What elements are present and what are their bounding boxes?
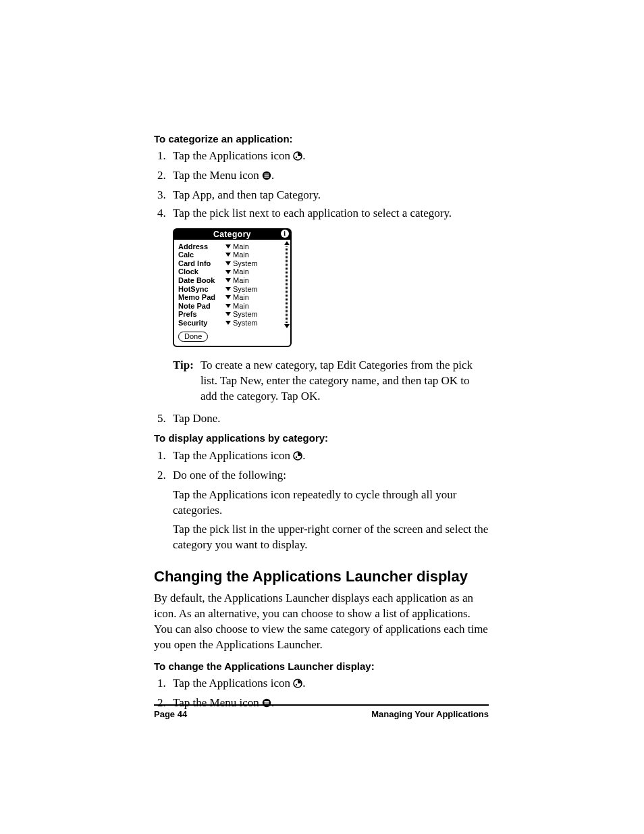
palm-row: Date BookMain <box>178 276 288 284</box>
steps-categorize: Tap the Applications icon . Tap the Menu… <box>154 149 489 221</box>
step: Tap the Applications icon . <box>169 448 489 465</box>
palm-screenshot: Category i AddressMain CalcMain Card Inf… <box>173 228 292 347</box>
heading-change-launcher-steps: To change the Applications Launcher disp… <box>154 660 489 673</box>
chevron-down-icon <box>225 312 231 316</box>
app-name: Card Info <box>178 259 225 267</box>
tip-label: Tip: <box>173 358 194 405</box>
category-picker[interactable]: Main <box>225 242 249 251</box>
done-button[interactable]: Done <box>178 332 208 342</box>
chevron-down-icon <box>225 321 231 325</box>
category-value: Main <box>233 267 249 276</box>
chevron-down-icon <box>225 278 231 282</box>
scroll-track[interactable] <box>286 246 288 323</box>
palm-row: PrefsSystem <box>178 310 288 318</box>
category-value: Main <box>233 251 249 259</box>
svg-point-9 <box>296 684 297 685</box>
category-picker[interactable]: System <box>225 319 258 327</box>
category-value: System <box>233 319 258 327</box>
palm-row: SecuritySystem <box>178 319 288 327</box>
steps-categorize-cont: Tap Done. <box>154 411 489 427</box>
app-name: Prefs <box>178 310 225 318</box>
period: . <box>302 677 305 689</box>
applications-icon <box>293 450 302 465</box>
step: Tap the Applications icon . <box>169 149 489 165</box>
step: Tap Done. <box>169 411 489 427</box>
step: Tap the Applications icon . <box>169 676 489 693</box>
footer-page-number: Page 44 <box>154 708 187 721</box>
svg-rect-12 <box>264 702 269 703</box>
period: . <box>302 449 305 462</box>
tip-block: Tip: To create a new category, tap Edit … <box>173 358 489 405</box>
category-value: System <box>233 259 258 267</box>
step: Tap the pick list next to each applicati… <box>169 206 489 221</box>
app-name: HotSync <box>178 285 225 293</box>
step: Tap the Menu icon . <box>169 168 489 185</box>
chevron-down-icon <box>225 244 231 249</box>
scroll-down-icon[interactable] <box>284 324 290 328</box>
category-picker[interactable]: Main <box>225 251 249 259</box>
step-text: Tap App, and then tap Category. <box>173 188 321 201</box>
category-picker[interactable]: System <box>225 285 258 293</box>
applications-icon <box>293 677 302 693</box>
step-text: Tap Done. <box>173 412 221 425</box>
svg-rect-5 <box>264 177 269 178</box>
chevron-down-icon <box>225 270 231 274</box>
palm-row: CalcMain <box>178 251 288 259</box>
palm-row: Note PadMain <box>178 302 288 310</box>
steps-display: Tap the Applications icon . Do one of th… <box>154 448 489 554</box>
scrollbar[interactable] <box>284 241 289 328</box>
app-name: Note Pad <box>178 302 225 310</box>
step-text: Tap the Applications icon <box>173 677 290 689</box>
info-icon[interactable]: i <box>281 230 289 238</box>
category-picker[interactable]: Main <box>225 267 249 276</box>
svg-point-1 <box>296 157 297 158</box>
palm-row: Memo PadMain <box>178 293 288 301</box>
category-picker[interactable]: System <box>225 259 258 267</box>
category-value: System <box>233 285 258 293</box>
step-text: Tap the pick list next to each applicati… <box>173 207 452 219</box>
category-picker[interactable]: Main <box>225 276 249 284</box>
category-picker[interactable]: System <box>225 310 258 318</box>
app-name: Address <box>178 242 225 251</box>
category-value: System <box>233 310 258 318</box>
palm-body: AddressMain CalcMain Card InfoSystem Clo… <box>174 240 290 346</box>
palm-row: ClockMain <box>178 267 288 276</box>
category-value: Main <box>233 293 249 301</box>
palm-row: HotSyncSystem <box>178 285 288 293</box>
scroll-up-icon[interactable] <box>284 241 290 245</box>
section3-body: By default, the Applications Launcher di… <box>154 591 489 653</box>
app-name: Security <box>178 319 225 327</box>
palm-row: Card InfoSystem <box>178 259 288 267</box>
menu-icon <box>262 170 271 185</box>
heading-changing-launcher: Changing the Applications Launcher displ… <box>154 567 489 587</box>
chevron-down-icon <box>225 287 231 291</box>
svg-rect-4 <box>264 175 269 176</box>
step-sub: Tap the pick list in the upper-right cor… <box>173 522 489 553</box>
chevron-down-icon <box>225 261 231 265</box>
app-name: Clock <box>178 267 225 276</box>
palm-row: AddressMain <box>178 242 288 251</box>
app-name: Memo Pad <box>178 293 225 301</box>
manual-page: To categorize an application: Tap the Ap… <box>0 0 644 834</box>
svg-point-7 <box>296 457 297 458</box>
heading-categorize: To categorize an application: <box>154 132 489 146</box>
step-text: Tap the Applications icon <box>173 449 290 462</box>
category-value: Main <box>233 276 249 284</box>
step: Tap App, and then tap Category. <box>169 188 489 203</box>
tip-body: To create a new category, tap Edit Categ… <box>200 358 489 405</box>
category-picker[interactable]: Main <box>225 302 249 310</box>
category-value: Main <box>233 242 249 251</box>
category-picker[interactable]: Main <box>225 293 249 301</box>
step: Do one of the following: Tap the Applica… <box>169 468 489 554</box>
svg-rect-11 <box>264 701 269 702</box>
step-text: Tap the Menu icon <box>173 169 259 182</box>
svg-rect-3 <box>264 174 269 174</box>
category-value: Main <box>233 302 249 310</box>
chevron-down-icon <box>225 304 231 308</box>
footer-chapter: Managing Your Applications <box>371 708 489 721</box>
palm-title-text: Category <box>213 230 251 239</box>
chevron-down-icon <box>225 253 231 257</box>
step-text: Do one of the following: <box>173 469 286 481</box>
step-text: Tap the Applications icon <box>173 149 290 162</box>
app-name: Date Book <box>178 276 225 284</box>
